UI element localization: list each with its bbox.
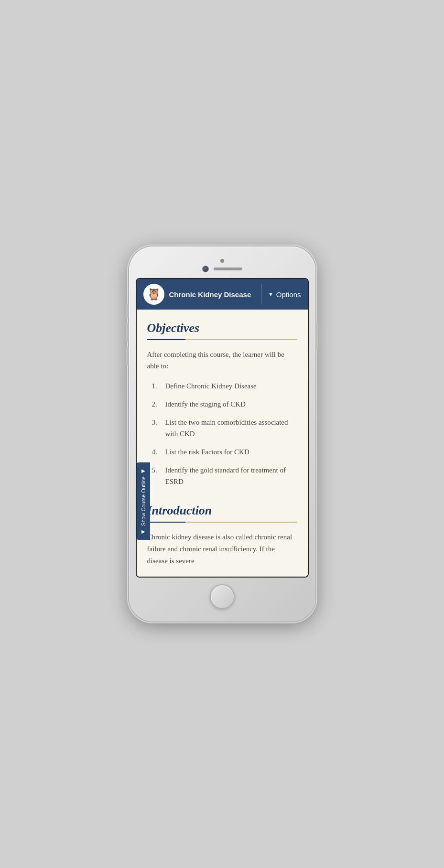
course-outline-tab[interactable]: ▶ Show Course Outline ▶ [137, 462, 150, 540]
objectives-title: Objectives [147, 321, 297, 335]
list-num: 5. [152, 464, 162, 487]
introduction-section: Introduction Chronic kidney disease is a… [147, 502, 297, 567]
list-item: 5. Identify the gold standard for treatm… [147, 464, 297, 487]
introduction-title: Introduction [147, 504, 297, 518]
list-num: 1. [152, 380, 162, 392]
owl-emoji: 🦉 [147, 288, 161, 301]
list-text: List the risk Factors for CKD [165, 446, 249, 458]
front-dot [220, 259, 224, 263]
camera-icon [202, 266, 209, 272]
header-brand: 🦉 Chronic Kidney Disease [143, 284, 261, 305]
side-button-right [316, 323, 318, 349]
list-text: Define Chronic Kidney Disease [165, 380, 257, 392]
objectives-section: Objectives After completing this course,… [147, 321, 297, 487]
list-num: 3. [152, 417, 162, 439]
options-menu[interactable]: ▼ Options [261, 290, 301, 299]
objectives-intro: After completing this course, the learne… [147, 349, 297, 372]
objectives-divider [147, 339, 297, 340]
objectives-list: 1. Define Chronic Kidney Disease 2. Iden… [147, 380, 297, 487]
list-item: 3. List the two main comorbidities assoc… [147, 417, 297, 439]
list-text: Identify the staging of CKD [165, 398, 246, 410]
app-header: 🦉 Chronic Kidney Disease ▼ Options [137, 279, 308, 310]
side-buttons-left [126, 304, 129, 371]
introduction-body: Chronic kidney disease is also called ch… [147, 531, 297, 567]
phone-frame: 🦉 Chronic Kidney Disease ▼ Options ▶ Sho… [129, 246, 315, 621]
app-title: Chronic Kidney Disease [169, 290, 251, 299]
app-content: ▶ Show Course Outline ▶ Objectives After… [137, 310, 308, 576]
phone-top [136, 255, 309, 278]
home-button[interactable] [210, 584, 235, 609]
phone-top-bar [202, 266, 242, 272]
owl-logo: 🦉 [143, 284, 164, 305]
list-item: 1. Define Chronic Kidney Disease [147, 380, 297, 392]
dropdown-arrow-icon: ▼ [268, 291, 273, 297]
phone-screen: 🦉 Chronic Kidney Disease ▼ Options ▶ Sho… [136, 278, 309, 577]
tab-arrow-icon-bottom: ▶ [141, 468, 146, 473]
list-text: Identify the gold standard for treatment… [165, 464, 297, 487]
list-num: 2. [152, 398, 162, 410]
course-outline-label: Show Course Outline [141, 476, 146, 526]
phone-bottom [136, 578, 309, 613]
list-text: List the two main comorbidities associat… [165, 417, 297, 439]
options-label: Options [276, 290, 301, 299]
list-num: 4. [152, 446, 162, 458]
speaker [214, 268, 242, 270]
list-item: 4. List the risk Factors for CKD [147, 446, 297, 458]
tab-arrow-icon: ▶ [141, 529, 146, 534]
list-item: 2. Identify the staging of CKD [147, 398, 297, 410]
introduction-divider [147, 522, 297, 523]
